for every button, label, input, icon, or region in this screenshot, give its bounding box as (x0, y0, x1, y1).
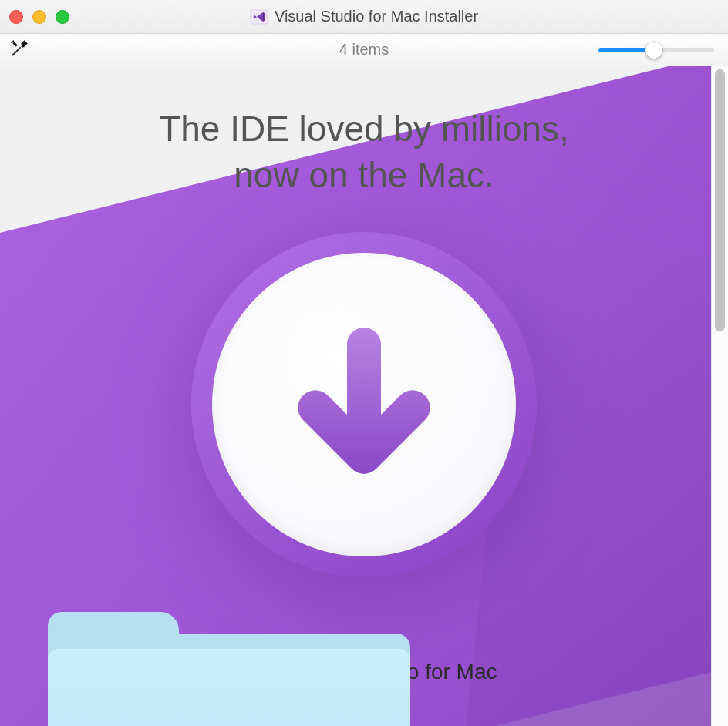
slider-thumb-icon[interactable] (645, 42, 662, 59)
content-area: The IDE loved by millions, now on the Ma… (0, 66, 728, 726)
titlebar: Visual Studio for Mac Installer (0, 0, 728, 34)
headline: The IDE loved by millions, now on the Ma… (0, 66, 728, 199)
traffic-lights (9, 10, 69, 24)
close-button[interactable] (9, 10, 23, 24)
tools-icon[interactable] (9, 39, 29, 62)
zoom-slider[interactable] (598, 48, 714, 52)
title-wrap: Visual Studio for Mac Installer (250, 8, 478, 26)
install-button[interactable] (191, 232, 537, 577)
headline-line-2: now on the Mac. (0, 153, 728, 199)
headline-line-1: The IDE loved by millions, (0, 106, 728, 153)
window-title: Visual Studio for Mac Installer (275, 8, 478, 25)
vertical-scrollbar[interactable] (711, 66, 728, 726)
toolbar: 4 items (0, 34, 728, 66)
visual-studio-icon (250, 8, 268, 26)
toolbar-left (9, 39, 29, 62)
applications-folder-icon[interactable] (48, 634, 410, 726)
scrollbar-thumb[interactable] (715, 69, 725, 331)
zoom-button[interactable] (56, 10, 69, 24)
items-count-label: 4 items (339, 41, 389, 59)
download-arrow-icon (287, 316, 441, 493)
minimize-button[interactable] (32, 10, 46, 24)
